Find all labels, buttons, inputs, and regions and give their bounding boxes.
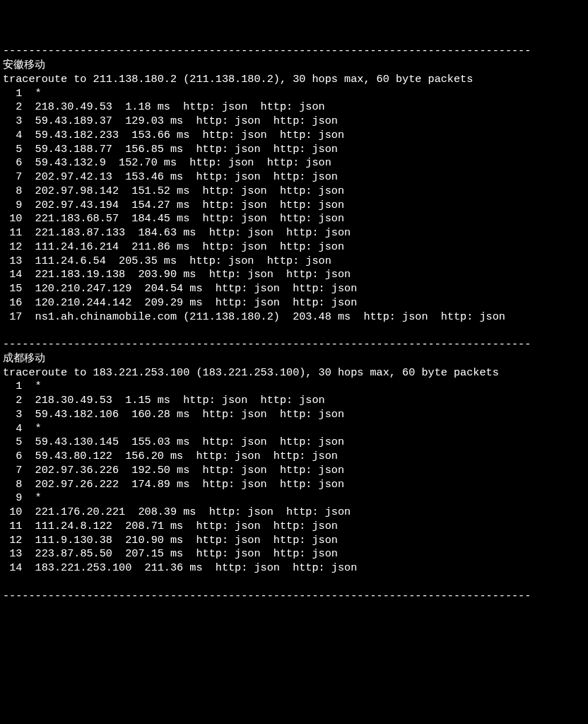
terminal-output: ----------------------------------------… — [3, 45, 585, 603]
